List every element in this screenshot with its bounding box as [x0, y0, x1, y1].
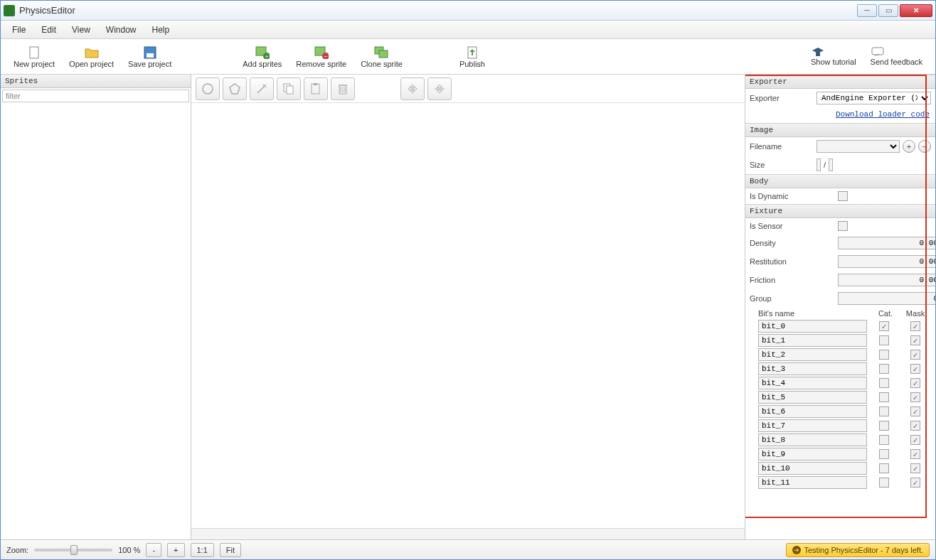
bit-mask-checkbox[interactable]: ✓ — [910, 478, 920, 488]
bit-cat-checkbox[interactable] — [879, 335, 889, 345]
bit-cat-checkbox[interactable] — [879, 421, 889, 431]
bit-cat-checkbox[interactable] — [879, 463, 889, 473]
svg-rect-20 — [314, 83, 317, 85]
add-sprites-button[interactable]: + Add sprites — [235, 44, 289, 70]
bit-name-input[interactable] — [758, 348, 867, 361]
remove-sprite-button[interactable]: − Remove sprite — [289, 44, 353, 70]
filename-add-button[interactable]: + — [903, 140, 915, 153]
restitution-input[interactable] — [838, 255, 935, 268]
group-input[interactable] — [838, 292, 935, 305]
bit-cat-checkbox[interactable] — [879, 350, 889, 360]
zoom-actual-button[interactable]: 1:1 — [191, 543, 214, 557]
sprites-list[interactable] — [1, 104, 191, 539]
svg-text:−: − — [324, 53, 327, 59]
minimize-button[interactable]: ─ — [857, 4, 877, 17]
bit-name-input[interactable] — [758, 419, 867, 432]
is-dynamic-checkbox[interactable] — [838, 191, 848, 201]
bit-mask-checkbox[interactable]: ✓ — [910, 364, 920, 374]
trial-badge[interactable]: ➔ Testing PhysicsEditor - 7 days left. — [786, 543, 930, 557]
bit-cat-checkbox[interactable] — [879, 378, 889, 388]
menu-view[interactable]: View — [65, 23, 97, 37]
save-project-button[interactable]: Save project — [121, 44, 179, 70]
bit-name-input[interactable] — [758, 448, 867, 461]
is-sensor-checkbox[interactable] — [838, 221, 848, 231]
bit-name-input[interactable] — [758, 462, 867, 475]
bit-cat-checkbox[interactable] — [879, 478, 889, 488]
bit-mask-checkbox[interactable]: ✓ — [910, 321, 920, 331]
wand-tool-button[interactable] — [250, 77, 274, 100]
bit-mask-checkbox[interactable]: ✓ — [910, 378, 920, 388]
bit-mask-checkbox[interactable]: ✓ — [910, 406, 920, 416]
filename-label: Filename — [750, 142, 814, 151]
folder-icon — [83, 45, 100, 60]
svg-text:+: + — [265, 53, 268, 59]
properties-panel: Exporter Exporter AndEngine Exporter (XM… — [745, 75, 935, 539]
bit-row: ✓ — [745, 333, 935, 348]
circle-tool-button[interactable] — [196, 77, 220, 100]
delete-button[interactable] — [331, 77, 355, 100]
bit-mask-checkbox[interactable]: ✓ — [910, 350, 920, 360]
zoom-in-button[interactable]: + — [167, 543, 184, 557]
download-loader-link[interactable]: Download loader code — [836, 110, 930, 119]
canvas-toolbar — [191, 75, 745, 103]
bit-name-input[interactable] — [758, 391, 867, 404]
bit-name-input[interactable] — [758, 362, 867, 375]
publish-button[interactable]: Publish — [452, 44, 492, 70]
canvas-scrollbar-h[interactable] — [191, 528, 745, 539]
filename-select[interactable] — [817, 140, 900, 153]
show-tutorial-button[interactable]: Show tutorial — [804, 45, 863, 68]
toolbar: New project Open project Save project + … — [1, 39, 935, 75]
bit-name-input[interactable] — [758, 434, 867, 446]
menu-help[interactable]: Help — [145, 23, 177, 37]
bit-name-input[interactable] — [758, 320, 867, 333]
send-feedback-button[interactable]: Send feedback — [863, 45, 930, 68]
bit-mask-checkbox[interactable]: ✓ — [910, 392, 920, 402]
bit-cat-checkbox[interactable] — [879, 392, 889, 402]
new-project-button[interactable]: New project — [6, 44, 62, 70]
sprites-filter-input[interactable]: filter — [2, 90, 189, 102]
bit-name-input[interactable] — [758, 377, 867, 389]
zoom-slider[interactable] — [34, 549, 112, 551]
bit-mask-checkbox[interactable]: ✓ — [910, 463, 920, 473]
menu-file[interactable]: File — [5, 23, 33, 37]
menu-edit[interactable]: Edit — [34, 23, 63, 37]
zoom-thumb[interactable] — [70, 545, 78, 555]
close-button[interactable]: ✕ — [900, 4, 932, 17]
maximize-button[interactable]: ▭ — [878, 4, 898, 17]
canvas[interactable] — [191, 103, 745, 528]
open-project-button[interactable]: Open project — [62, 44, 121, 70]
exporter-select[interactable]: AndEngine Exporter (XML) — [817, 92, 931, 104]
bit-mask-checkbox[interactable]: ✓ — [910, 335, 920, 345]
density-label: Density — [750, 239, 835, 247]
bit-cat-checkbox[interactable] — [879, 406, 889, 416]
flip-h-button[interactable] — [400, 77, 425, 100]
bit-cat-checkbox[interactable] — [879, 449, 889, 459]
bit-mask-checkbox[interactable]: ✓ — [910, 421, 920, 431]
copy-button[interactable] — [277, 77, 301, 100]
bit-cat-checkbox[interactable]: ✓ — [879, 321, 889, 331]
bit-mask-checkbox[interactable]: ✓ — [910, 449, 920, 459]
filename-remove-button[interactable]: − — [918, 140, 931, 153]
menu-window[interactable]: Window — [99, 23, 144, 37]
file-icon — [26, 45, 43, 60]
bit-name-input[interactable] — [758, 405, 867, 418]
bit-mask-checkbox[interactable]: ✓ — [910, 435, 920, 445]
density-input[interactable] — [838, 237, 935, 249]
size-width-input[interactable] — [817, 158, 821, 171]
zoom-fit-button[interactable]: Fit — [220, 543, 241, 557]
cat-header: Cat. — [870, 309, 901, 318]
flip-v-button[interactable] — [427, 77, 452, 100]
fixture-section-header: Fixture — [745, 204, 935, 218]
bit-name-input[interactable] — [758, 476, 867, 489]
svg-rect-0 — [30, 47, 38, 58]
bit-cat-checkbox[interactable] — [879, 364, 889, 374]
size-height-input[interactable] — [829, 158, 833, 171]
paste-button[interactable] — [304, 77, 328, 100]
clone-sprite-button[interactable]: Clone sprite — [353, 44, 410, 70]
feedback-icon — [871, 46, 922, 58]
bit-cat-checkbox[interactable] — [879, 435, 889, 445]
friction-input[interactable] — [838, 274, 935, 286]
zoom-out-button[interactable]: - — [146, 543, 161, 557]
bit-name-input[interactable] — [758, 334, 867, 347]
polygon-tool-button[interactable] — [223, 77, 247, 100]
